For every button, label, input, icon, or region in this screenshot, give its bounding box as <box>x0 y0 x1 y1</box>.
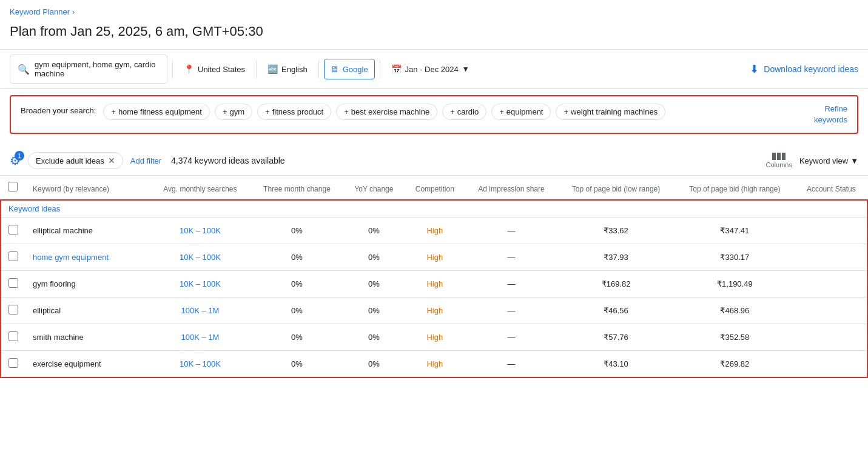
row-checkbox-2[interactable] <box>8 278 18 288</box>
header-keyword: Keyword (by relevance) <box>25 176 150 200</box>
three-month-cell-2: 0% <box>251 271 344 298</box>
broaden-chip-3[interactable]: + best exercise machine <box>336 104 437 120</box>
low-bid-cell-5: ₹43.10 <box>557 351 675 378</box>
keyword-count: 4,374 keyword ideas available <box>171 156 285 165</box>
broaden-search-section: Broaden your search: + home fitness equi… <box>10 95 858 134</box>
add-filter-button[interactable]: Add filter <box>130 156 161 165</box>
refine-keywords-button[interactable]: Refine keywords <box>799 104 847 125</box>
location-icon: 📍 <box>184 64 194 74</box>
plus-icon-6: + <box>564 107 568 116</box>
ad-share-cell-1: — <box>465 244 557 271</box>
columns-button[interactable]: Columns <box>766 153 792 168</box>
monthly-cell-2: 10K – 100K <box>150 271 250 298</box>
competition-cell-0: High <box>405 218 465 244</box>
select-all-header[interactable] <box>1 176 25 200</box>
search-text: gym equipment, home gym, cardio machine <box>35 60 155 78</box>
header-yoy: YoY change <box>343 176 404 200</box>
three-month-cell-0: 0% <box>251 218 344 244</box>
keyword-cell-5[interactable]: exercise equipment <box>25 351 150 378</box>
select-all-checkbox[interactable] <box>8 182 18 191</box>
keyword-cell-2[interactable]: gym flooring <box>25 271 150 298</box>
keyword-cell-0[interactable]: elliptical machine <box>25 218 150 244</box>
low-bid-cell-1: ₹37.93 <box>557 244 675 271</box>
plus-icon-0: + <box>111 107 116 116</box>
search-engine-selector[interactable]: 🖥 Google <box>324 59 375 79</box>
keyword-view-chevron: ▼ <box>850 156 858 165</box>
row-checkbox-cell-2[interactable] <box>1 271 25 298</box>
header-competition: Competition <box>405 176 465 200</box>
filter-wrapper: ⚙ 1 <box>10 153 21 168</box>
broaden-chip-0[interactable]: + home fitness equipment <box>103 104 210 120</box>
low-bid-cell-4: ₹57.76 <box>557 324 675 351</box>
location-selector[interactable]: 📍 United States <box>178 59 251 79</box>
broaden-chips-container: + home fitness equipment + gym + fitness… <box>103 104 665 120</box>
keyword-view-button[interactable]: Keyword view ▼ <box>799 156 858 165</box>
row-checkbox-cell-3[interactable] <box>1 298 25 324</box>
breadcrumb-link[interactable]: Keyword Planner <box>10 7 70 16</box>
keyword-cell-3[interactable]: elliptical <box>25 298 150 324</box>
table-row: gym flooring 10K – 100K 0% 0% High — ₹16… <box>1 271 867 298</box>
row-checkbox-4[interactable] <box>8 331 18 341</box>
close-icon[interactable]: ✕ <box>108 156 115 165</box>
broaden-chip-2[interactable]: + fitness product <box>257 104 331 120</box>
three-month-cell-5: 0% <box>251 351 344 378</box>
broaden-chip-6[interactable]: + weight training machines <box>556 104 665 120</box>
keyword-cell-1[interactable]: home gym equipment <box>25 244 150 271</box>
header-account-status: Account Status <box>795 176 867 200</box>
chip-label-0: home fitness equipment <box>118 107 202 116</box>
row-checkbox-5[interactable] <box>8 358 18 368</box>
plus-icon-5: + <box>499 107 504 116</box>
row-checkbox-3[interactable] <box>8 305 18 314</box>
search-icon: 🔍 <box>18 64 30 75</box>
columns-icon <box>772 153 786 160</box>
download-label: Download keyword ideas <box>764 64 858 74</box>
competition-cell-5: High <box>405 351 465 378</box>
keyword-table: Keyword (by relevance) Avg. monthly sear… <box>0 176 868 378</box>
three-month-cell-3: 0% <box>251 298 344 324</box>
broaden-chip-1[interactable]: + gym <box>215 104 252 120</box>
broaden-chip-4[interactable]: + cardio <box>442 104 486 120</box>
breadcrumb-arrow: › <box>72 7 75 16</box>
search-line1: gym equipment, home gym, cardio <box>35 60 155 69</box>
chip-label-3: best exercise machine <box>351 107 429 116</box>
low-bid-cell-3: ₹46.56 <box>557 298 675 324</box>
chip-label-2: fitness product <box>272 107 324 116</box>
competition-cell-3: High <box>405 298 465 324</box>
yoy-cell-2: 0% <box>343 271 404 298</box>
monthly-cell-0: 10K – 100K <box>150 218 250 244</box>
row-checkbox-cell-1[interactable] <box>1 244 25 271</box>
row-checkbox-cell-4[interactable] <box>1 324 25 351</box>
chip-label-5: equipment <box>506 107 543 116</box>
exclude-adult-chip[interactable]: Exclude adult ideas ✕ <box>28 152 123 169</box>
search-bar[interactable]: 🔍 gym equipment, home gym, cardio machin… <box>10 55 167 84</box>
competition-cell-2: High <box>405 271 465 298</box>
ad-share-cell-5: — <box>465 351 557 378</box>
language-selector[interactable]: 🔤 English <box>261 59 314 79</box>
toolbar: 🔍 gym equipment, home gym, cardio machin… <box>0 49 868 89</box>
calendar-icon: 📅 <box>391 64 402 74</box>
translate-icon: 🔤 <box>267 64 278 74</box>
columns-label: Columns <box>766 161 792 168</box>
keyword-ideas-label: Keyword ideas <box>8 204 60 213</box>
view-controls: Columns Keyword view ▼ <box>766 153 858 168</box>
broaden-chip-5[interactable]: + equipment <box>491 104 551 120</box>
download-icon: ⬇ <box>750 62 759 76</box>
row-checkbox-1[interactable] <box>8 251 18 261</box>
plus-icon-2: + <box>265 107 270 116</box>
plus-icon-3: + <box>344 107 349 116</box>
high-bid-cell-4: ₹352.58 <box>675 324 795 351</box>
monthly-cell-1: 10K – 100K <box>150 244 250 271</box>
yoy-cell-1: 0% <box>343 244 404 271</box>
table-row: smith machine 100K – 1M 0% 0% High — ₹57… <box>1 324 867 351</box>
table-row: elliptical 100K – 1M 0% 0% High — ₹46.56… <box>1 298 867 324</box>
download-button[interactable]: ⬇ Download keyword ideas <box>750 62 858 76</box>
high-bid-cell-1: ₹330.17 <box>675 244 795 271</box>
row-checkbox-cell-0[interactable] <box>1 218 25 244</box>
date-range-selector[interactable]: 📅 Jan - Dec 2024 ▼ <box>385 59 476 79</box>
row-checkbox-0[interactable] <box>8 225 18 234</box>
header-ad-share: Ad impression share <box>465 176 557 200</box>
row-checkbox-cell-5[interactable] <box>1 351 25 378</box>
ad-share-cell-2: — <box>465 271 557 298</box>
keyword-cell-4[interactable]: smith machine <box>25 324 150 351</box>
header-three-month: Three month change <box>251 176 344 200</box>
